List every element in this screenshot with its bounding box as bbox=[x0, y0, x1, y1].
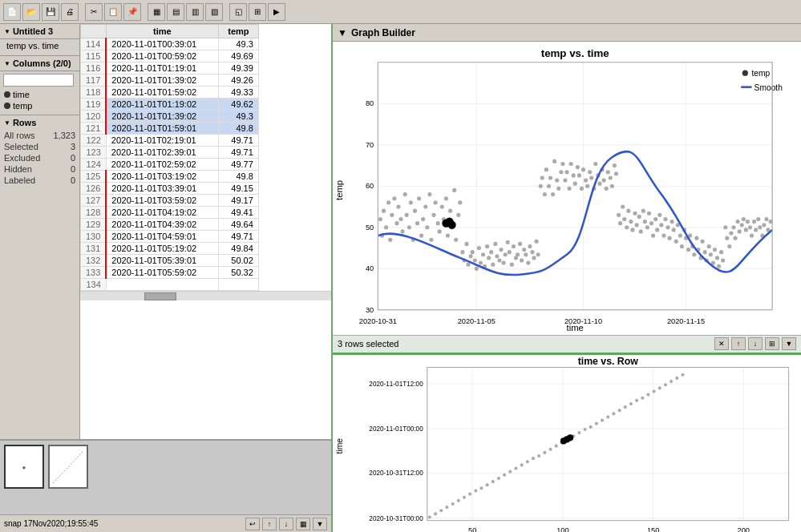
svg-point-157 bbox=[639, 229, 643, 233]
svg-point-93 bbox=[508, 250, 512, 254]
table-row[interactable]: 1302020-11-01T04:59:0149.71 bbox=[81, 231, 259, 243]
open-btn[interactable]: 📂 bbox=[22, 3, 40, 21]
svg-point-143 bbox=[610, 184, 614, 188]
table-row[interactable]: 1312020-11-01T05:19:0249.84 bbox=[81, 243, 259, 255]
copy-btn[interactable]: 📋 bbox=[104, 3, 122, 21]
row-num-cell: 124 bbox=[81, 159, 107, 171]
svg-point-125 bbox=[573, 182, 577, 186]
col-temp[interactable]: temp bbox=[0, 100, 79, 111]
table-row[interactable]: 1162020-11-01T01:19:0149.39 bbox=[81, 62, 259, 75]
table-row[interactable]: 1212020-11-01T01:59:0149.8 bbox=[81, 123, 259, 135]
save-btn[interactable]: 💾 bbox=[42, 3, 59, 21]
rows-selected-value: 3 bbox=[71, 142, 75, 151]
svg-point-57 bbox=[434, 200, 438, 204]
table-row[interactable]: 1152020-11-01T00:59:0249.69 bbox=[81, 50, 259, 62]
status-btn-4[interactable]: ▦ bbox=[296, 518, 310, 530]
col-header-time[interactable]: time bbox=[106, 25, 218, 38]
graph-area-bottom[interactable]: time vs. Row time Row 2020-10-31T00:00 2… bbox=[333, 355, 801, 532]
rows-all: All rows 1,323 bbox=[4, 130, 75, 141]
status-btn-3[interactable]: ↓ bbox=[279, 518, 293, 530]
svg-point-94 bbox=[510, 263, 514, 267]
gs-btn-down[interactable]: ↓ bbox=[748, 337, 763, 350]
b2[interactable]: ▤ bbox=[167, 3, 184, 21]
gs-btn-more[interactable]: ▼ bbox=[782, 337, 796, 350]
col-time[interactable]: time bbox=[0, 89, 79, 100]
horizontal-scrollbar[interactable] bbox=[80, 291, 331, 300]
svg-point-247 bbox=[451, 502, 455, 506]
table-row[interactable]: 1322020-11-01T05:39:0150.02 bbox=[81, 255, 259, 267]
table-row[interactable]: 1232020-11-01T02:39:0149.71 bbox=[81, 147, 259, 159]
data-grid[interactable]: time temp 1142020-11-01T00:39:0149.31152… bbox=[80, 24, 331, 439]
row-time-cell: 2020-11-01T00:39:01 bbox=[106, 38, 218, 50]
table-row[interactable]: 1262020-11-01T03:39:0149.15 bbox=[81, 183, 259, 195]
row-temp-cell: 49.64 bbox=[218, 219, 258, 231]
table-row[interactable]: 1222020-11-01T02:19:0149.71 bbox=[81, 135, 259, 147]
print-btn[interactable]: 🖨 bbox=[61, 3, 79, 21]
paste-btn[interactable]: 📌 bbox=[123, 3, 141, 21]
gs-btn-x[interactable]: ✕ bbox=[714, 337, 729, 350]
table-row[interactable]: 1182020-11-01T01:59:0249.33 bbox=[81, 87, 259, 99]
svg-text:2020-11-01T00:00: 2020-11-01T00:00 bbox=[369, 425, 423, 433]
b5[interactable]: ◱ bbox=[229, 3, 247, 21]
row-temp-cell: 49.3 bbox=[218, 111, 258, 123]
svg-point-285 bbox=[670, 380, 673, 383]
status-btn-2[interactable]: ↑ bbox=[262, 518, 277, 530]
svg-point-44 bbox=[407, 225, 411, 229]
svg-point-152 bbox=[629, 220, 633, 224]
row-temp-cell: 49.71 bbox=[218, 135, 258, 147]
svg-point-49 bbox=[417, 196, 421, 200]
gs-btn-up[interactable]: ↑ bbox=[731, 337, 746, 350]
status-btn-5[interactable]: ▼ bbox=[313, 518, 327, 530]
graph-area-top[interactable]: temp vs. time temp time 30 40 50 60 70 8… bbox=[333, 42, 801, 335]
table-row[interactable]: 1272020-11-01T03:59:0249.17 bbox=[81, 195, 259, 207]
b6[interactable]: ⊞ bbox=[249, 3, 266, 21]
svg-text:time vs. Row: time vs. Row bbox=[578, 356, 638, 367]
b3[interactable]: ▥ bbox=[186, 3, 204, 21]
table-row[interactable]: 134 bbox=[81, 279, 259, 291]
gs-btn-copy[interactable]: ⊞ bbox=[765, 337, 779, 350]
svg-point-82 bbox=[485, 244, 489, 248]
new-btn[interactable]: 📄 bbox=[3, 3, 21, 21]
svg-point-95 bbox=[512, 244, 516, 248]
sidebar: ▼ Untitled 3 temp vs. time ▼ Columns (2/… bbox=[0, 24, 80, 439]
top-chart-svg: temp vs. time temp time 30 40 50 60 70 8… bbox=[333, 42, 801, 335]
col-header-temp[interactable]: temp bbox=[218, 25, 258, 38]
table-row[interactable]: 1202020-11-01T01:39:0249.3 bbox=[81, 111, 259, 123]
row-time-cell: 2020-11-01T03:39:01 bbox=[106, 183, 218, 195]
svg-point-60 bbox=[440, 204, 444, 208]
svg-point-90 bbox=[502, 261, 506, 265]
thumbnail-2[interactable] bbox=[48, 445, 88, 489]
cut-btn[interactable]: ✂ bbox=[85, 3, 103, 21]
svg-point-162 bbox=[649, 221, 653, 225]
table-row[interactable]: 1292020-11-01T04:39:0249.64 bbox=[81, 219, 259, 231]
b4[interactable]: ▧ bbox=[205, 3, 223, 21]
svg-point-100 bbox=[522, 248, 526, 252]
table-row[interactable]: 1172020-11-01T01:39:0249.26 bbox=[81, 75, 259, 87]
status-btn-1[interactable]: ↩ bbox=[245, 518, 260, 530]
svg-point-101 bbox=[524, 252, 528, 256]
table-row[interactable]: 1242020-11-01T02:59:0249.77 bbox=[81, 159, 259, 171]
svg-point-195 bbox=[717, 264, 721, 268]
thumbnails-area: ● bbox=[0, 441, 331, 514]
svg-text:2020-11-10: 2020-11-10 bbox=[564, 317, 602, 325]
thumbnail-1[interactable]: ● bbox=[4, 445, 44, 489]
b7[interactable]: ▶ bbox=[268, 3, 285, 21]
svg-point-264 bbox=[548, 447, 552, 450]
tab-temp-vs-time[interactable]: temp vs. time bbox=[0, 39, 79, 52]
svg-text:60: 60 bbox=[366, 182, 374, 190]
row-num-cell: 125 bbox=[81, 171, 107, 183]
table-row[interactable]: 1252020-11-01T03:19:0249.8 bbox=[81, 171, 259, 183]
svg-point-283 bbox=[658, 386, 661, 389]
svg-point-203 bbox=[733, 236, 737, 240]
svg-point-48 bbox=[415, 221, 419, 225]
table-row[interactable]: 1332020-11-01T05:59:0250.32 bbox=[81, 267, 259, 279]
col-temp-label: temp bbox=[13, 101, 32, 111]
table-row[interactable]: 1192020-11-01T01:19:0249.62 bbox=[81, 99, 259, 111]
b1[interactable]: ▦ bbox=[148, 3, 165, 21]
table-row[interactable]: 1142020-11-01T00:39:0149.3 bbox=[81, 38, 259, 50]
legend-smooth-label: Smooth bbox=[754, 83, 783, 92]
scroll-thumb[interactable] bbox=[144, 292, 176, 300]
row-num-cell: 122 bbox=[81, 135, 107, 147]
column-search[interactable] bbox=[3, 74, 74, 87]
table-row[interactable]: 1282020-11-01T04:19:0249.41 bbox=[81, 207, 259, 219]
